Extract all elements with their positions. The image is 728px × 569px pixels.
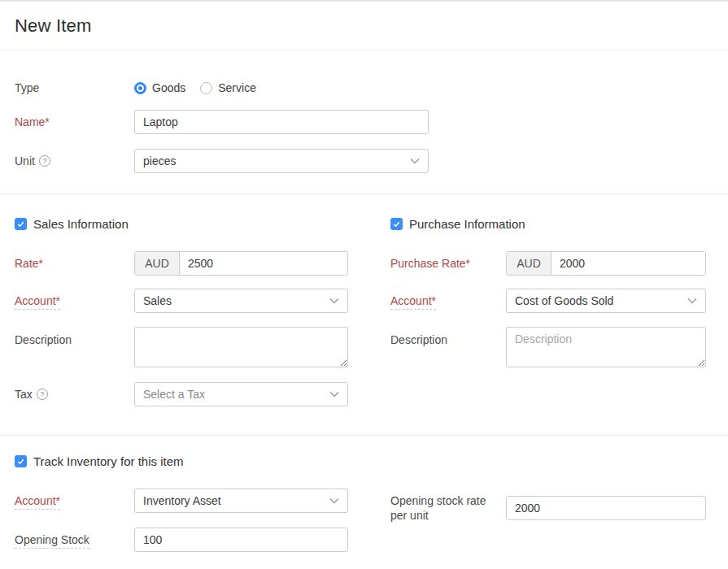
- sales-rate-input[interactable]: [180, 252, 347, 275]
- inventory-checkbox[interactable]: [15, 455, 27, 467]
- radio-goods-label: Goods: [152, 81, 185, 94]
- purchase-description-textarea[interactable]: [506, 327, 706, 367]
- sales-checkbox[interactable]: [15, 218, 27, 230]
- unit-select[interactable]: pieces: [134, 149, 429, 173]
- sales-account-label: Account*: [15, 294, 60, 310]
- sales-account-select[interactable]: Sales: [134, 289, 348, 313]
- unit-select-value: pieces: [143, 154, 176, 167]
- check-icon: [392, 219, 401, 228]
- sales-header-label: Sales Information: [33, 217, 129, 231]
- sales-rate-group: AUD: [134, 251, 348, 276]
- purchase-account-label: Account*: [390, 294, 436, 310]
- purchase-account-label-wrap: Account*: [390, 294, 506, 307]
- sales-account-value: Sales: [143, 294, 172, 307]
- name-label: Name*: [15, 115, 134, 128]
- opening-stock-label-wrap: Opening Stock: [15, 533, 134, 546]
- tax-select[interactable]: Select a Tax: [134, 382, 348, 406]
- help-icon[interactable]: ?: [37, 389, 48, 400]
- purchase-rate-group: AUD: [506, 251, 706, 276]
- sales-column: Sales Information Rate* AUD Account* Sal…: [15, 217, 348, 406]
- sales-rate-row: Rate* AUD: [15, 251, 348, 276]
- type-row: Type Goods Service: [15, 81, 713, 94]
- currency-prefix: AUD: [507, 252, 551, 275]
- inventory-header-label: Track Inventory for this item: [33, 454, 184, 468]
- purchase-account-select[interactable]: Cost of Goods Sold: [506, 289, 706, 313]
- check-icon: [16, 457, 25, 466]
- radio-service-label: Service: [218, 81, 256, 94]
- sales-description-label: Description: [15, 327, 134, 346]
- tax-label-wrap: Tax ?: [15, 388, 134, 401]
- purchase-account-value: Cost of Goods Sold: [515, 294, 613, 307]
- type-radio-group: Goods Service: [134, 81, 271, 94]
- currency-prefix: AUD: [135, 252, 180, 275]
- purchase-rate-row: Purchase Rate* AUD: [390, 251, 706, 276]
- radio-service[interactable]: Service: [200, 81, 256, 94]
- sales-description-textarea[interactable]: [134, 327, 348, 367]
- opening-stock-input[interactable]: [134, 528, 348, 552]
- chevron-down-icon: [329, 298, 339, 304]
- inventory-header: Track Inventory for this item: [15, 454, 348, 468]
- inventory-account-label-wrap: Account*: [15, 494, 134, 507]
- sales-account-row: Account* Sales: [15, 289, 348, 313]
- sales-header: Sales Information: [15, 217, 348, 231]
- tax-label: Tax: [15, 388, 33, 401]
- inventory-account-select[interactable]: Inventory Asset: [134, 489, 348, 513]
- opening-stock-rate-row: Opening stock rate per unit: [390, 493, 706, 523]
- radio-unselected-icon: [200, 82, 212, 94]
- radio-goods[interactable]: Goods: [134, 81, 185, 94]
- chevron-down-icon: [687, 298, 697, 304]
- type-label: Type: [15, 81, 134, 94]
- purchase-column: Purchase Information Purchase Rate* AUD …: [390, 217, 706, 406]
- tax-row: Tax ? Select a Tax: [15, 382, 348, 406]
- inventory-account-row: Account* Inventory Asset: [15, 489, 348, 513]
- page-header: New Item: [0, 2, 728, 50]
- opening-stock-label: Opening Stock: [15, 533, 89, 549]
- chevron-down-icon: [329, 391, 339, 397]
- purchase-description-label: Description: [390, 327, 506, 346]
- check-icon: [16, 219, 25, 228]
- inventory-account-value: Inventory Asset: [143, 494, 221, 507]
- opening-stock-row: Opening Stock: [15, 528, 348, 552]
- opening-stock-rate-label: Opening stock rate per unit: [390, 493, 488, 523]
- inventory-right-column: Opening stock rate per unit: [390, 454, 706, 552]
- name-input[interactable]: [134, 110, 429, 134]
- purchase-rate-label: Purchase Rate*: [390, 257, 506, 270]
- opening-stock-rate-input[interactable]: [506, 496, 706, 520]
- name-row: Name*: [15, 110, 713, 134]
- inventory-account-label: Account*: [15, 494, 60, 510]
- sales-purchase-section: Sales Information Rate* AUD Account* Sal…: [0, 194, 728, 436]
- inventory-section: Track Inventory for this item Account* I…: [0, 436, 728, 552]
- unit-label: Unit: [15, 154, 35, 167]
- inventory-left-column: Track Inventory for this item Account* I…: [15, 454, 348, 552]
- radio-selected-icon: [134, 82, 146, 94]
- unit-row: Unit ? pieces: [15, 149, 713, 173]
- tax-select-placeholder: Select a Tax: [143, 388, 205, 401]
- page-title: New Item: [15, 15, 92, 37]
- help-icon[interactable]: ?: [39, 155, 50, 167]
- purchase-description-row: Description: [390, 327, 706, 367]
- purchase-checkbox[interactable]: [390, 218, 403, 230]
- purchase-header: Purchase Information: [390, 217, 706, 231]
- unit-label-wrap: Unit ?: [15, 154, 134, 167]
- purchase-header-label: Purchase Information: [409, 217, 525, 231]
- sales-description-row: Description: [15, 327, 348, 367]
- chevron-down-icon: [329, 497, 339, 504]
- purchase-account-row: Account* Cost of Goods Sold: [390, 289, 706, 313]
- chevron-down-icon: [410, 158, 420, 164]
- sales-rate-label: Rate*: [15, 257, 134, 270]
- purchase-rate-input[interactable]: [551, 252, 705, 275]
- basic-info-section: Type Goods Service Name* Unit ? pieces: [0, 50, 728, 194]
- sales-account-label-wrap: Account*: [15, 294, 134, 307]
